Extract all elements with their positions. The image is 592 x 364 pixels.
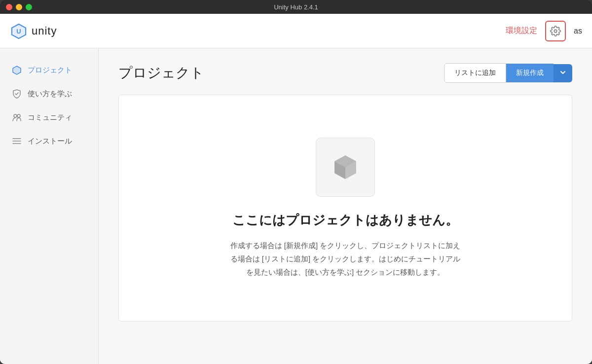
svg-point-2 (14, 114, 17, 117)
gear-icon (550, 26, 561, 36)
header-right: 環境設定 as (506, 21, 582, 41)
svg-text:U: U (16, 28, 21, 35)
user-initials: as (574, 27, 582, 36)
svg-point-3 (17, 114, 20, 117)
sidebar-item-installs[interactable]: インストール (0, 129, 98, 153)
sidebar-item-projects[interactable]: プロジェクト (0, 58, 98, 82)
window-controls (6, 4, 32, 10)
close-button[interactable] (6, 4, 12, 10)
main-layout: プロジェクト 使い方を学ぶ (0, 48, 592, 364)
sidebar-item-installs-label: インストール (28, 137, 72, 146)
sidebar-item-community[interactable]: コミュニティ (0, 106, 98, 129)
content-actions: リストに追加 新規作成 (444, 63, 572, 83)
settings-button[interactable] (545, 21, 566, 41)
sidebar: プロジェクト 使い方を学ぶ (0, 48, 99, 364)
unity-logo-icon: U (10, 22, 28, 40)
logo-area: U unity (10, 22, 57, 40)
learn-icon (12, 89, 22, 99)
unity-cube-icon (330, 151, 361, 183)
add-to-list-button[interactable]: リストに追加 (444, 63, 506, 83)
sidebar-item-community-label: コミュニティ (28, 113, 72, 122)
community-icon (12, 112, 22, 122)
window-title: Unity Hub 2.4.1 (274, 3, 318, 11)
empty-icon-wrapper (316, 138, 375, 197)
new-project-dropdown-button[interactable] (554, 64, 572, 82)
sidebar-item-projects-label: プロジェクト (28, 66, 72, 75)
sidebar-item-learn[interactable]: 使い方を学ぶ (0, 82, 98, 106)
installs-icon (12, 136, 22, 146)
settings-label[interactable]: 環境設定 (506, 26, 537, 36)
svg-point-1 (554, 30, 557, 33)
sidebar-item-learn-label: 使い方を学ぶ (28, 89, 72, 99)
page-title: プロジェクト (118, 64, 204, 82)
chevron-down-icon (559, 69, 566, 76)
empty-state-title: ここにはプロジェクトはありません。 (232, 212, 458, 229)
empty-state-description: 作成する場合は [新規作成] をクリックし、プロジェクトリストに加える場合は [… (227, 239, 464, 279)
logo-text: unity (32, 25, 57, 37)
app-container: U unity 環境設定 as (0, 14, 592, 364)
empty-state: ここにはプロジェクトはありません。 作成する場合は [新規作成] をクリックし、… (118, 95, 572, 322)
projects-icon (12, 65, 22, 75)
header: U unity 環境設定 as (0, 14, 592, 48)
content-header: プロジェクト リストに追加 新規作成 (118, 63, 572, 83)
minimize-button[interactable] (16, 4, 22, 10)
maximize-button[interactable] (26, 4, 32, 10)
new-project-button[interactable]: 新規作成 (506, 64, 554, 82)
content-area: プロジェクト リストに追加 新規作成 (99, 48, 592, 364)
titlebar: Unity Hub 2.4.1 (0, 0, 592, 14)
